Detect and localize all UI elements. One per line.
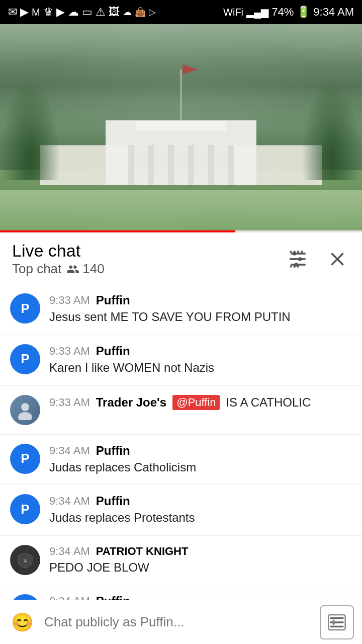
- message-text: Karen I like WOMEN not Nazis: [49, 359, 352, 376]
- message-author: Trader Joe's: [96, 395, 166, 410]
- status-icons-left: ✉ ▶ M ♛ ▶ ☁ ▭ ⚠ 🖼 ☁ 👜 ▷: [8, 6, 156, 19]
- message-mention: @Puffin: [172, 395, 220, 410]
- send-button[interactable]: [320, 605, 354, 639]
- patriot-knight-avatar-icon: ⚔: [15, 550, 35, 570]
- avatar: P: [10, 494, 40, 524]
- list-item: P 9:34 AM Puffin Judas replaces Catholic…: [0, 435, 362, 486]
- message-time: 9:33 AM: [49, 345, 90, 358]
- message-content: 9:33 AM Trader Joe's @Puffin IS A CATHOL…: [49, 395, 352, 410]
- play-icon: ▶: [20, 6, 29, 19]
- message-text: Judas replaces Protestants: [49, 509, 352, 526]
- message-text: IS A CATHOLIC: [226, 395, 311, 410]
- message-text: Jesus sent ME TO SAVE YOU FROM PUTIN: [49, 308, 352, 326]
- message-text: PEDO JOE BLOW: [49, 559, 352, 576]
- svg-point-6: [295, 263, 298, 267]
- cloud2-icon: ☁: [123, 7, 132, 18]
- filter-button[interactable]: [286, 247, 311, 272]
- status-bar: ✉ ▶ M ♛ ▶ ☁ ▭ ⚠ 🖼 ☁ 👜 ▷ WiFi ▂▄▆ 74% 🔋 9…: [0, 0, 362, 24]
- play2-icon: ▷: [149, 7, 156, 18]
- status-icons-right: WiFi ▂▄▆ 74% 🔋 9:34 AM: [223, 6, 354, 19]
- list-item: 9:33 AM Trader Joe's @Puffin IS A CATHOL…: [0, 386, 362, 435]
- top-chat-label: Top chat: [12, 261, 61, 277]
- chat-input-bar: 😊: [0, 600, 362, 644]
- wallet-icon: 👜: [135, 7, 146, 18]
- list-item: P 9:33 AM Puffin Karen I like WOMEN not …: [0, 335, 362, 386]
- chat-header-left: Live chat Top chat 140: [12, 242, 105, 277]
- avatar: P: [10, 344, 40, 374]
- avatar: [10, 395, 40, 425]
- viewer-count-number: 140: [82, 261, 104, 277]
- trader-joes-avatar-icon: [15, 400, 35, 420]
- message-author: PATRIOT KNIGHT: [96, 545, 189, 558]
- message-meta: 9:33 AM Puffin: [49, 293, 352, 307]
- signal-icon: ▂▄▆: [246, 6, 268, 18]
- notification-icon: ✉: [8, 6, 17, 19]
- message-content: 9:34 AM Puffin Judas replaces Catholicis…: [49, 444, 352, 476]
- chat-input-field[interactable]: [44, 608, 312, 636]
- battery-icon: 🔋: [297, 6, 310, 19]
- message-time: 9:33 AM: [49, 396, 90, 409]
- viewer-count: 140: [66, 261, 104, 277]
- message-author: Puffin: [96, 344, 130, 358]
- svg-text:⚔: ⚔: [23, 558, 28, 564]
- chat-header: Live chat Top chat 140: [0, 232, 362, 284]
- m-icon: M: [32, 7, 40, 18]
- message-content: 9:33 AM Puffin Jesus sent ME TO SAVE YOU…: [49, 293, 352, 326]
- chat-message-list: P 9:33 AM Puffin Jesus sent ME TO SAVE Y…: [0, 284, 362, 644]
- message-meta: 9:34 AM Puffin: [49, 494, 352, 508]
- message-content: 9:34 AM PATRIOT KNIGHT PEDO JOE BLOW: [49, 545, 352, 576]
- person-icon: [66, 263, 79, 276]
- message-author: Puffin: [96, 293, 130, 307]
- svg-point-5: [298, 258, 302, 261]
- video-player[interactable]: [0, 24, 362, 230]
- youtube-icon: ▶: [56, 6, 65, 19]
- crown-icon: ♛: [43, 6, 53, 19]
- list-item: P 9:34 AM Puffin Judas replaces Protesta…: [0, 485, 362, 536]
- folder-icon: ▭: [82, 6, 93, 19]
- message-content: 9:34 AM Puffin Judas replaces Protestant…: [49, 494, 352, 526]
- emoji-icon: 😊: [11, 612, 34, 633]
- message-content: 9:33 AM Puffin Karen I like WOMEN not Na…: [49, 344, 352, 376]
- message-time: 9:34 AM: [49, 545, 90, 558]
- chat-title: Live chat: [12, 242, 105, 260]
- image-icon: 🖼: [109, 6, 120, 19]
- battery-percent: 74%: [272, 6, 294, 19]
- message-text: Judas replaces Catholicism: [49, 459, 352, 476]
- list-item: P 9:33 AM Puffin Jesus sent ME TO SAVE Y…: [0, 284, 362, 335]
- close-button[interactable]: [325, 247, 350, 272]
- message-meta: 9:33 AM Trader Joe's @Puffin IS A CATHOL…: [49, 395, 352, 410]
- close-icon: [326, 248, 348, 270]
- list-item: ⚔ 9:34 AM PATRIOT KNIGHT PEDO JOE BLOW: [0, 536, 362, 586]
- svg-point-7: [21, 403, 29, 411]
- wifi-icon: WiFi: [223, 7, 243, 18]
- chat-sub-header: Top chat 140: [12, 261, 105, 277]
- svg-point-4: [293, 252, 296, 256]
- message-meta: 9:34 AM PATRIOT KNIGHT: [49, 545, 352, 558]
- message-time: 9:34 AM: [49, 444, 90, 457]
- filter-icon: [287, 248, 309, 270]
- message-meta: 9:33 AM Puffin: [49, 344, 352, 358]
- avatar: P: [10, 293, 40, 324]
- svg-point-8: [18, 412, 32, 420]
- message-time: 9:34 AM: [49, 495, 90, 508]
- avatar: ⚔: [10, 545, 40, 575]
- avatar: P: [10, 444, 40, 474]
- time: 9:34 AM: [313, 6, 354, 19]
- emoji-button[interactable]: 😊: [8, 608, 36, 636]
- message-author: Puffin: [96, 494, 130, 508]
- message-time: 9:33 AM: [49, 294, 90, 307]
- message-author: Puffin: [96, 444, 130, 458]
- cloud-icon: ☁: [68, 6, 79, 19]
- chat-header-actions: [286, 247, 350, 272]
- send-icon: [327, 612, 347, 632]
- warning-icon: ⚠: [96, 6, 106, 19]
- message-meta: 9:34 AM Puffin: [49, 444, 352, 458]
